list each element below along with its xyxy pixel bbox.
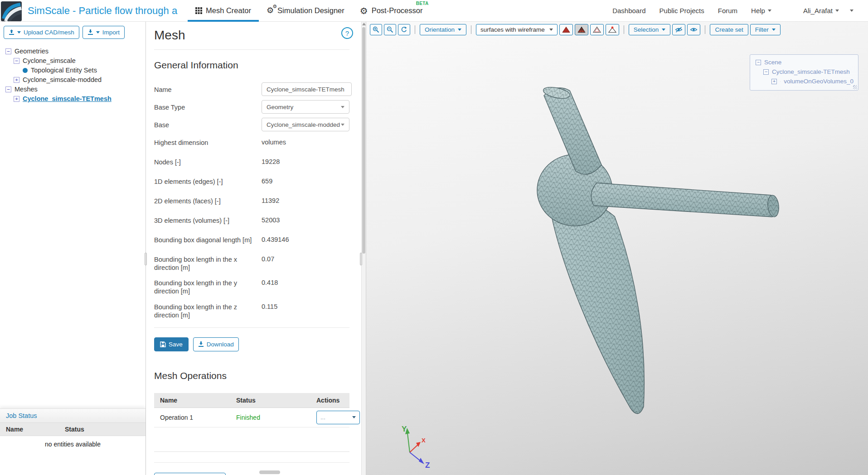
render-points-button[interactable]	[606, 24, 619, 35]
grid-icon	[195, 7, 202, 14]
collapse-icon[interactable]: −	[14, 58, 19, 64]
chevron-down-icon	[662, 29, 665, 31]
tree-node-cyclone-simscale-tetmesh[interactable]: + Cyclone_simscale-TETmesh	[5, 96, 141, 102]
tab-mesh-creator[interactable]: Mesh Creator	[188, 0, 259, 22]
upload-cad-mesh-button[interactable]: Upload CAD/mesh	[4, 26, 79, 39]
operation-actions-select[interactable]: ...	[316, 411, 360, 424]
base-select[interactable]: Cyclone_simscale-modded	[262, 118, 349, 131]
axis-x-label: X	[422, 437, 426, 444]
mesh-operations-heading: Mesh Operations	[154, 370, 349, 381]
save-icon	[160, 341, 166, 347]
field-label: Name	[154, 82, 262, 94]
resize-handle-icon[interactable]	[853, 85, 857, 89]
field-row-bbox-diagonal: Bounding box diagonal length [m] 0.43914…	[154, 233, 349, 248]
chevron-down-icon	[835, 10, 839, 12]
toolbar-separator	[705, 25, 705, 34]
create-set-button[interactable]: Create set	[710, 24, 748, 35]
tree-node-meshes[interactable]: − Meshes	[5, 86, 141, 92]
nav-dashboard[interactable]: Dashboard	[612, 7, 645, 14]
eye-slash-icon	[675, 27, 683, 33]
collapse-icon[interactable]: −	[763, 69, 769, 75]
download-button[interactable]: Download	[193, 337, 239, 351]
field-label: 1D elements (edges) [-]	[154, 174, 262, 186]
tree-node-cyclone-simscale[interactable]: − Cyclone_simscale	[5, 58, 141, 64]
name-field[interactable]	[262, 82, 352, 96]
add-mesh-operation-button[interactable]: + Add mesh operation	[154, 473, 226, 475]
nav-public-projects[interactable]: Public Projects	[659, 7, 704, 14]
axis-triad: Y X Z	[393, 423, 442, 469]
job-status-col-status: Status	[65, 426, 84, 433]
nav-help-menu[interactable]: Help	[751, 7, 771, 14]
create-set-label: Create set	[715, 26, 743, 33]
tab-simulation-designer[interactable]: ⚙⚙ Simulation Designer	[259, 0, 352, 22]
outlet-pipe[interactable]	[591, 183, 780, 217]
operations-header-row: Name Status Actions	[154, 393, 349, 408]
extra-dropdown-toggle[interactable]	[850, 10, 853, 12]
nav-forum[interactable]: Forum	[718, 7, 737, 14]
zoom-in-button[interactable]	[370, 24, 382, 35]
cyclone-mesh-model[interactable]	[507, 67, 806, 425]
field-label: Base	[154, 118, 262, 129]
render-mode-select[interactable]: surfaces with wireframe	[476, 24, 558, 35]
table-row[interactable]: Operation 1 Finished ...	[154, 408, 349, 427]
gears-icon: ⚙⚙	[267, 6, 274, 15]
field-value: volumes	[262, 135, 286, 146]
simscale-logo[interactable]	[1, 1, 22, 21]
horizontal-scrollbar-thumb[interactable]	[259, 470, 280, 474]
user-menu[interactable]: Ali_Arafat	[803, 7, 839, 14]
import-button[interactable]: Import	[82, 26, 125, 39]
tree-node-cyclone-simscale-modded[interactable]: + Cyclone_simscale-modded	[5, 77, 141, 83]
filter-dropdown[interactable]: Filter	[750, 24, 781, 35]
hide-selected-button[interactable]	[672, 24, 685, 35]
sidebar-splitter-handle[interactable]	[145, 253, 147, 265]
panel-splitter-handle[interactable]	[360, 253, 362, 265]
cone-body[interactable]	[548, 197, 644, 414]
expand-icon[interactable]: +	[14, 77, 19, 83]
field-row-bbox-x: Bounding box length in the x direction […	[154, 252, 349, 272]
job-status-title[interactable]: Job Status	[0, 408, 145, 423]
zoom-out-button[interactable]	[384, 24, 396, 35]
job-status-panel: Job Status Name Status no entities avail…	[0, 408, 145, 475]
field-label: Bounding box diagonal length [m]	[154, 233, 262, 244]
field-row-bbox-y: Bounding box length in the y direction […	[154, 276, 349, 295]
operations-table: Name Status Actions Operation 1 Finished…	[154, 393, 349, 452]
tab-post-processor[interactable]: BETA ⚙ Post-Processor	[352, 0, 431, 22]
upload-icon	[9, 29, 15, 35]
outline-triangle-icon	[593, 26, 601, 33]
save-button[interactable]: Save	[154, 337, 189, 351]
expand-icon[interactable]: +	[771, 79, 777, 84]
scene-node-volume[interactable]: + volumeOnGeoVolumes_0	[756, 78, 853, 85]
render-surfaces-button[interactable]	[559, 24, 573, 35]
tree-node-geometries[interactable]: − Geometries	[5, 48, 141, 54]
scene-node-mesh[interactable]: − Cyclone_simscale-TETmesh	[756, 68, 853, 75]
collapse-icon[interactable]: −	[756, 60, 761, 65]
vertical-scrollbar[interactable]	[361, 22, 366, 475]
import-icon	[87, 29, 93, 35]
refresh-view-button[interactable]	[398, 24, 410, 35]
collapse-icon[interactable]: −	[5, 48, 11, 54]
scrollbar-thumb[interactable]	[362, 27, 365, 254]
tree-node-topological-entity-sets[interactable]: Topological Entity Sets	[5, 67, 141, 73]
field-label: Highest dimension	[154, 135, 262, 147]
scrollbar-up-arrow[interactable]	[362, 23, 366, 25]
viewport-3d[interactable]: Orientation surfaces with wireframe	[366, 22, 868, 475]
field-label: Bounding box length in the z direction […	[154, 300, 262, 319]
base-type-select[interactable]: Geometry	[262, 100, 349, 114]
inlet-pipe[interactable]	[542, 85, 601, 174]
render-surfaces-wireframe-button[interactable]	[575, 24, 588, 35]
tree-label-selected[interactable]: Cyclone_simscale-TETmesh	[23, 95, 112, 102]
selection-dropdown[interactable]: Selection	[629, 24, 671, 35]
operation-name: Operation 1	[160, 414, 236, 421]
project-title[interactable]: SimScale - Particle flow through a c...	[28, 5, 179, 17]
field-row-highest-dimension: Highest dimension volumes	[154, 135, 349, 151]
zoom-in-icon	[373, 26, 379, 33]
visibility-eye-icon[interactable]	[780, 79, 781, 84]
expand-icon[interactable]: +	[14, 96, 19, 102]
show-all-button[interactable]	[687, 24, 700, 35]
render-wireframe-button[interactable]	[590, 24, 604, 35]
scene-node-root[interactable]: − Scene	[756, 59, 853, 66]
help-button[interactable]: ?	[341, 27, 353, 39]
collapse-icon[interactable]: −	[5, 86, 11, 92]
orientation-dropdown[interactable]: Orientation	[420, 24, 466, 35]
field-value: 19228	[262, 155, 280, 165]
